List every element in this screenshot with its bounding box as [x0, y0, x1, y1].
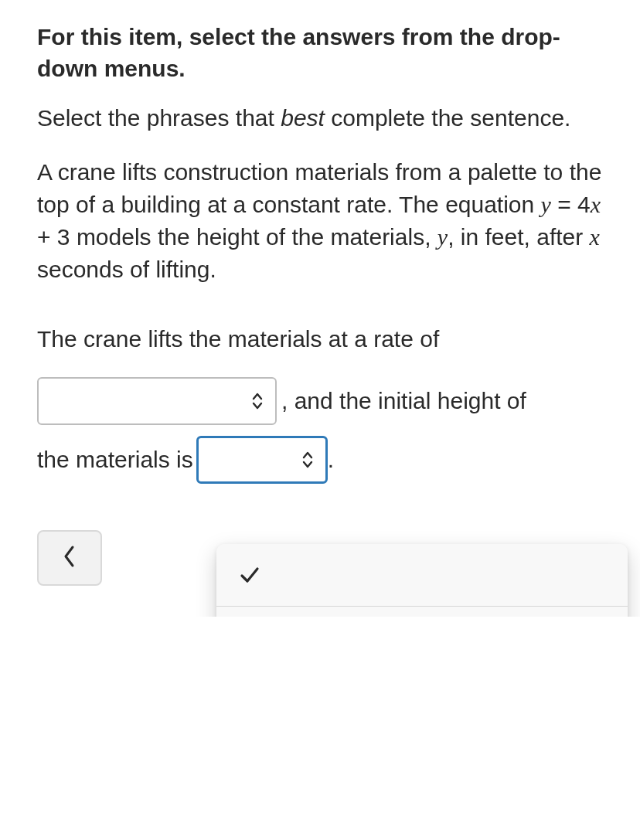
text-after-dd2: . [328, 447, 334, 473]
dropdown-option-0-feet[interactable]: 0 feet [216, 606, 628, 617]
previous-button[interactable] [37, 530, 102, 586]
text-before-dd2: the materials is [37, 447, 193, 473]
math-var-x: x [591, 192, 601, 217]
math-var-x2: x [590, 224, 600, 250]
chevron-updown-icon [250, 391, 264, 411]
sentence-lead: The crane lifts the materials at a rate … [37, 323, 603, 355]
context-paragraph: A crane lifts construction materials fro… [37, 156, 603, 286]
math-rhs1: 4 [577, 192, 591, 217]
chevron-left-icon [61, 544, 78, 572]
rate-dropdown[interactable] [37, 377, 277, 425]
context-part1: A crane lifts construction materials fro… [37, 159, 601, 217]
initial-height-dropdown-menu[interactable]: 0 feet 3 feet 4 feet [216, 544, 628, 617]
context-part3: , in feet, after [448, 224, 589, 250]
math-eq: = [551, 192, 577, 217]
instruction-sub-prefix: Select the phrases that [37, 105, 281, 131]
instruction-sub-suffix: complete the sentence. [325, 105, 571, 131]
chevron-updown-icon [301, 450, 315, 470]
check-icon [238, 563, 261, 587]
math-var-y: y [541, 192, 551, 217]
math-var-y2: y [437, 224, 448, 250]
dropdown-option-blank[interactable] [216, 544, 628, 606]
initial-height-dropdown[interactable] [196, 436, 328, 484]
context-part2: models the height of the materials, [70, 224, 437, 250]
context-part4: seconds of lifting. [37, 257, 216, 282]
math-rhs2: + 3 [37, 224, 70, 250]
instruction-bold: For this item, select the answers from t… [37, 22, 603, 84]
instruction-sub-emph: best [281, 105, 325, 131]
text-after-dd1: , and the initial height of [281, 388, 526, 414]
instruction-sub: Select the phrases that best complete th… [37, 103, 603, 134]
